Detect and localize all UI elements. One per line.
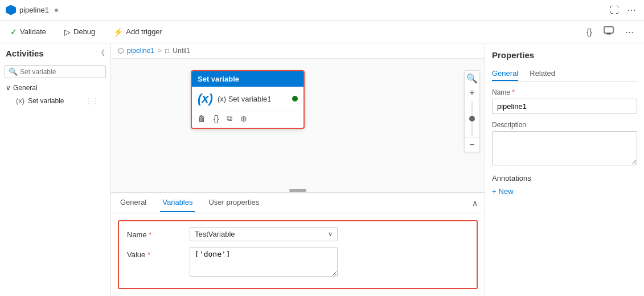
activity-node-icon: (x) <box>198 91 213 106</box>
activity-node-header: Set variable <box>192 71 303 87</box>
plus-icon: + <box>492 187 497 196</box>
pipeline-breadcrumb-label[interactable]: pipeline1 <box>127 47 154 55</box>
bottom-panel: General Variables User properties ∧ Name… <box>111 192 485 296</box>
app-logo <box>6 5 16 15</box>
zoom-track <box>471 102 473 136</box>
topbar-more-icon[interactable]: ⋯ <box>625 2 638 18</box>
name-select[interactable]: TestVariable ∨ <box>190 227 338 241</box>
collapse-left-icon[interactable]: 《 <box>97 48 105 58</box>
collapse-panel-icon[interactable]: ∧ <box>472 198 478 208</box>
name-required-marker: * <box>149 230 151 239</box>
properties-title: Properties <box>492 50 637 60</box>
sidebar-group-general: ∨ General (x) Set variable ⋮⋮ <box>0 80 110 111</box>
props-name-input[interactable] <box>492 99 637 114</box>
tab-user-properties[interactable]: User properties <box>206 193 261 212</box>
name-select-value: TestVariable <box>195 230 235 238</box>
debug-button[interactable]: ▷ Debug <box>61 25 99 39</box>
zoom-in-button[interactable]: + <box>465 86 479 100</box>
canvas-area: ⬡ pipeline1 > □ Until1 Set variable (x) … <box>111 43 485 192</box>
props-description-field: Description <box>492 121 637 167</box>
props-name-field: Name * <box>492 88 637 114</box>
canvas-content: Set variable (x) (x) Set variable1 🗑 {} … <box>111 59 485 192</box>
sidebar-header: Activities 《 <box>0 43 110 63</box>
trigger-icon: ⚡ <box>113 27 123 37</box>
value-textarea[interactable]: ['done'] <box>190 247 338 277</box>
add-annotation-button[interactable]: + New <box>492 187 637 196</box>
expand-icon[interactable]: ⛶ <box>608 3 621 18</box>
validate-icon: ✓ <box>10 27 17 37</box>
code-activity-icon[interactable]: {} <box>214 114 219 123</box>
container-breadcrumb-label: Until1 <box>173 47 190 55</box>
top-bar: pipeline1 ⛶ ⋯ <box>0 0 644 21</box>
tab-general[interactable]: General <box>118 193 149 212</box>
toolbar: ✓ Validate ▷ Debug ⚡ Add trigger {} ⋯ <box>0 21 644 43</box>
container-breadcrumb-icon: □ <box>165 47 169 55</box>
copy-activity-icon[interactable]: ⧉ <box>227 113 232 123</box>
chevron-down-icon: ∨ <box>6 84 11 92</box>
props-annotations-label: Annotations <box>492 174 637 183</box>
props-name-label: Name * <box>492 88 637 96</box>
props-tab-related[interactable]: Related <box>530 67 555 81</box>
bottom-tabs: General Variables User properties ∧ <box>111 193 485 213</box>
props-tab-general[interactable]: General <box>492 67 518 81</box>
activity-status-dot <box>292 96 298 102</box>
panel-collapse-handle[interactable] <box>289 189 306 192</box>
toolbar-more-icon[interactable]: ⋯ <box>622 25 637 39</box>
props-tabs: General Related <box>492 67 637 82</box>
main-layout: Activities 《 🔍 ∨ General (x) Set variabl… <box>0 43 644 296</box>
monitor-button[interactable] <box>600 23 617 40</box>
sidebar-collapse-icons[interactable]: 《 <box>97 48 105 58</box>
debug-icon: ▷ <box>64 27 71 37</box>
activity-node-name: (x) Set variable1 <box>218 95 272 103</box>
props-annotations-field: Annotations + New <box>492 174 637 196</box>
breadcrumb: ⬡ pipeline1 > □ Until1 <box>111 43 485 59</box>
zoom-thumb[interactable] <box>469 116 475 121</box>
activity-node-body: (x) (x) Set variable1 <box>192 87 303 111</box>
breadcrumb-separator: > <box>158 47 162 55</box>
sidebar-item-set-variable[interactable]: (x) Set variable ⋮⋮ <box>6 94 105 107</box>
add-activity-icon[interactable]: ⊕ <box>240 114 247 123</box>
bottom-form-border: Name * TestVariable ∨ Value * ['done'] <box>118 220 478 289</box>
name-select-arrow-icon: ∨ <box>328 230 333 238</box>
code-button[interactable]: {} <box>583 25 596 39</box>
set-variable-icon: (x) <box>16 96 24 105</box>
activity-node-actions: 🗑 {} ⧉ ⊕ <box>192 111 303 128</box>
delete-activity-icon[interactable]: 🗑 <box>198 114 206 123</box>
props-description-textarea[interactable] <box>492 131 637 165</box>
add-trigger-button[interactable]: ⚡ Add trigger <box>110 25 166 39</box>
tab-variables[interactable]: Variables <box>160 193 195 212</box>
group-label-text: General <box>13 84 38 92</box>
search-input[interactable] <box>20 68 102 76</box>
sidebar-group-label[interactable]: ∨ General <box>6 84 105 92</box>
validate-label: Validate <box>20 27 46 36</box>
sidebar: Activities 《 🔍 ∨ General (x) Set variabl… <box>0 43 111 296</box>
zoom-controls: 🔍 + − <box>464 70 480 152</box>
activity-node[interactable]: Set variable (x) (x) Set variable1 🗑 {} … <box>191 70 305 129</box>
value-field-label: Value * <box>127 247 184 259</box>
bottom-form-wrapper: Name * TestVariable ∨ Value * ['done'] <box>113 216 482 294</box>
pipeline-title: pipeline1 <box>19 6 49 14</box>
activity-node-title: Set variable <box>198 75 239 83</box>
validate-button[interactable]: ✓ Validate <box>7 25 50 39</box>
name-field-label: Name * <box>127 227 184 239</box>
add-trigger-label: Add trigger <box>126 27 162 36</box>
sidebar-title: Activities <box>6 48 44 58</box>
pipeline-breadcrumb-icon: ⬡ <box>118 47 124 55</box>
sidebar-item-label: Set variable <box>28 97 64 105</box>
props-description-label: Description <box>492 121 637 129</box>
new-annotation-label: New <box>499 187 514 196</box>
svg-rect-2 <box>608 33 610 34</box>
value-required-marker: * <box>147 250 150 259</box>
search-icon: 🔍 <box>9 67 18 76</box>
debug-label: Debug <box>73 27 95 36</box>
form-row-value: Value * ['done'] <box>127 247 469 277</box>
drag-handle-icon: ⋮⋮ <box>85 97 99 105</box>
zoom-out-button[interactable]: − <box>465 137 479 152</box>
svg-rect-0 <box>604 27 613 33</box>
search-zoom-icon[interactable]: 🔍 <box>465 71 479 86</box>
properties-panel: Properties General Related Name * Descri… <box>485 43 644 296</box>
toolbar-right: {} ⋯ <box>583 23 637 40</box>
props-name-required: * <box>512 88 515 96</box>
form-row-name: Name * TestVariable ∨ <box>127 227 469 241</box>
search-box[interactable]: 🔍 <box>5 65 106 78</box>
